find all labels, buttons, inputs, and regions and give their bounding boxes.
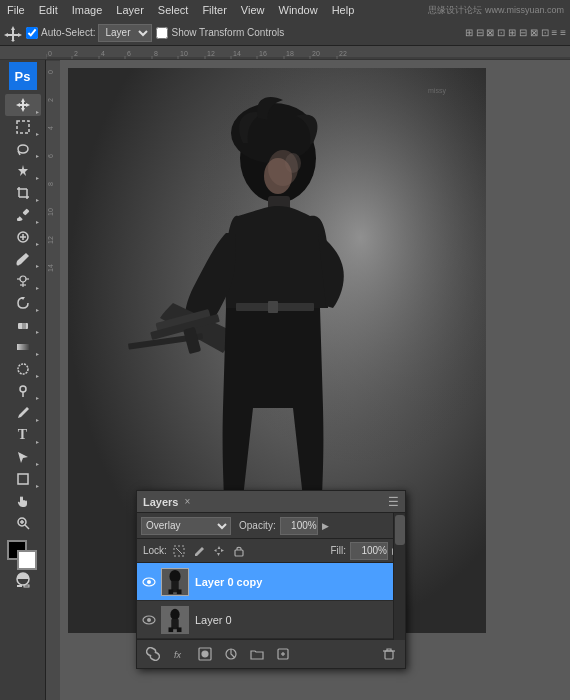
svg-text:8: 8 [47, 182, 54, 186]
layers-titlebar: Layers × ☰ [137, 491, 405, 513]
opacity-input[interactable] [280, 517, 318, 535]
svg-marker-0 [4, 26, 22, 42]
svg-text:16: 16 [259, 50, 267, 57]
menu-file[interactable]: File [0, 3, 32, 17]
horizontal-ruler: 0 2 4 6 8 10 12 14 16 18 20 22 [0, 46, 570, 60]
layers-scrollbar[interactable] [393, 513, 405, 640]
new-layer-button[interactable] [273, 644, 293, 664]
menu-select[interactable]: Select [151, 3, 196, 17]
auto-select-checkbox[interactable] [26, 27, 38, 39]
layers-blend-controls: Overlay Normal Multiply Screen Soft Ligh… [137, 513, 405, 539]
type-tool[interactable]: T ▸ [5, 424, 41, 446]
brush-tool[interactable]: ▸ [5, 248, 41, 270]
svg-rect-94 [235, 550, 243, 556]
svg-marker-93 [214, 546, 224, 556]
svg-text:0: 0 [48, 50, 52, 57]
marquee-tool[interactable]: ▸ [5, 116, 41, 138]
svg-rect-101 [177, 589, 182, 594]
layers-menu-icon[interactable]: ☰ [388, 495, 399, 509]
menu-filter[interactable]: Filter [195, 3, 233, 17]
lock-paint-icon[interactable] [191, 543, 207, 559]
svg-text:10: 10 [180, 50, 188, 57]
svg-text:14: 14 [47, 264, 54, 272]
layer-effects-button[interactable]: fx [169, 644, 189, 664]
crop-tool[interactable]: ▸ [5, 182, 41, 204]
lock-move-icon[interactable] [211, 543, 227, 559]
layers-panel-title: Layers [143, 496, 178, 508]
shape-tool[interactable]: ▸ [5, 468, 41, 490]
svg-text:12: 12 [207, 50, 215, 57]
background-color[interactable] [17, 550, 37, 570]
blend-mode-select[interactable]: Overlay Normal Multiply Screen Soft Ligh… [141, 517, 231, 535]
eyedropper-tool[interactable]: ▸ [5, 204, 41, 226]
watermark: 思缘设计论坛 www.missyuan.com [428, 4, 570, 17]
magic-wand-tool[interactable]: ▸ [5, 160, 41, 182]
svg-point-96 [147, 580, 151, 584]
history-brush-tool[interactable]: ▸ [5, 292, 41, 314]
auto-select-label: Auto-Select: [41, 27, 95, 38]
show-transform-label: Show Transform Controls [171, 27, 284, 38]
layer-visibility-toggle[interactable] [141, 612, 157, 628]
svg-marker-27 [16, 98, 30, 112]
svg-point-53 [20, 386, 26, 392]
fill-input[interactable] [350, 542, 388, 560]
layers-list: Layer 0 copy [137, 563, 405, 640]
svg-text:4: 4 [47, 126, 54, 130]
link-layers-button[interactable] [143, 644, 163, 664]
move-tool[interactable]: ▸ [5, 94, 41, 116]
menu-bar: File Edit Image Layer Select Filter View… [0, 0, 570, 20]
svg-rect-1 [46, 46, 570, 59]
blur-tool[interactable]: ▸ [5, 358, 41, 380]
opacity-arrow[interactable]: ▶ [322, 521, 329, 531]
svg-point-42 [16, 263, 19, 266]
layers-close-button[interactable]: × [184, 496, 190, 507]
lock-all-icon[interactable] [231, 543, 247, 559]
menu-window[interactable]: Window [272, 3, 325, 17]
color-selector[interactable] [5, 538, 41, 568]
path-select-tool[interactable]: ▸ [5, 446, 41, 468]
svg-line-92 [176, 548, 182, 554]
layer-row[interactable]: Layer 0 [137, 601, 405, 639]
auto-select-option[interactable]: Auto-Select: Layer Group [26, 24, 152, 42]
lock-transparent-icon[interactable] [171, 543, 187, 559]
canvas-area[interactable]: 0 2 4 6 8 10 12 14 [46, 60, 570, 700]
svg-line-58 [25, 525, 29, 529]
menu-image[interactable]: Image [65, 3, 110, 17]
svg-text:6: 6 [127, 50, 131, 57]
lasso-tool[interactable]: ▸ [5, 138, 41, 160]
clone-tool[interactable]: ▸ [5, 270, 41, 292]
svg-text:fx: fx [174, 650, 182, 660]
eraser-tool[interactable]: ▸ [5, 314, 41, 336]
hand-tool[interactable] [5, 490, 41, 512]
delete-layer-button[interactable] [379, 644, 399, 664]
svg-text:2: 2 [47, 98, 54, 102]
svg-rect-51 [17, 344, 29, 350]
show-transform-option[interactable]: Show Transform Controls [156, 27, 284, 39]
svg-rect-116 [385, 651, 393, 659]
svg-marker-55 [18, 452, 28, 463]
zoom-tool[interactable] [5, 512, 41, 534]
dodge-tool[interactable]: ▸ [5, 380, 41, 402]
menu-layer[interactable]: Layer [109, 3, 151, 17]
add-mask-button[interactable] [195, 644, 215, 664]
layers-lock-row: Lock: [137, 539, 405, 563]
quick-mask-button[interactable] [5, 568, 41, 590]
svg-point-29 [18, 145, 28, 153]
layer-row[interactable]: Layer 0 copy [137, 563, 405, 601]
svg-text:4: 4 [101, 50, 105, 57]
gradient-tool[interactable]: ▸ [5, 336, 41, 358]
svg-marker-31 [18, 165, 28, 176]
svg-text:14: 14 [233, 50, 241, 57]
menu-view[interactable]: View [234, 3, 272, 17]
heal-tool[interactable]: ▸ [5, 226, 41, 248]
scrollbar-thumb[interactable] [395, 515, 405, 545]
show-transform-checkbox[interactable] [156, 27, 168, 39]
layer-visibility-toggle[interactable] [141, 574, 157, 590]
menu-edit[interactable]: Edit [32, 3, 65, 17]
layer-select-dropdown[interactable]: Layer Group [98, 24, 152, 42]
new-group-button[interactable] [247, 644, 267, 664]
menu-help[interactable]: Help [325, 3, 362, 17]
add-adjustment-button[interactable] [221, 644, 241, 664]
svg-text:0: 0 [47, 70, 54, 74]
pen-tool[interactable]: ▸ [5, 402, 41, 424]
